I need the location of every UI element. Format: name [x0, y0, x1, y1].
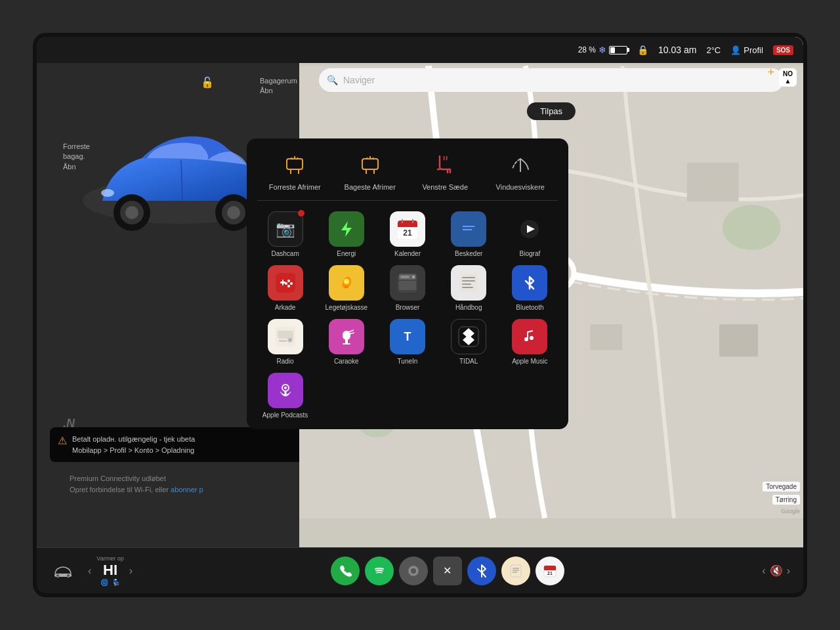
volume-control: ‹ 🔇 › [762, 564, 790, 577]
calendar-taskbar-button[interactable]: 21 [536, 556, 564, 585]
vol-prev-arrow[interactable]: ‹ [762, 565, 765, 577]
kalender-label: Kalender [394, 250, 421, 257]
vinduesviskere-button[interactable]: Vinduesviskere [491, 149, 550, 191]
close-button[interactable]: ✕ [433, 556, 462, 585]
lock-icon: 🔒 [637, 45, 648, 55]
app-apple-music[interactable]: Apple Music [502, 319, 558, 365]
haandbog-label: Håndbog [455, 304, 482, 311]
connectivity-link[interactable]: abonner p [171, 486, 203, 494]
beskeder-icon [451, 211, 486, 247]
svg-text:21: 21 [547, 571, 553, 576]
svg-rect-77 [520, 327, 539, 346]
legetojs-icon [329, 265, 364, 301]
svg-rect-61 [462, 284, 471, 285]
sos-button[interactable]: SOS [773, 45, 793, 55]
svg-rect-35 [398, 224, 417, 227]
kalender-icon: 21 [390, 211, 425, 247]
circle-button[interactable] [399, 556, 428, 585]
snowflake-icon: ❄ [598, 45, 606, 55]
browser-icon [390, 265, 425, 301]
notes-button[interactable] [501, 556, 530, 585]
vol-next-arrow[interactable]: › [787, 565, 790, 577]
svg-point-48 [290, 282, 293, 285]
haandbog-icon [451, 265, 486, 301]
svg-point-87 [373, 564, 386, 578]
app-haandbog[interactable]: Håndbog [441, 265, 497, 311]
notification-dot [298, 210, 304, 217]
google-credit: Google [781, 508, 800, 514]
svg-rect-20 [287, 159, 303, 169]
torvegade-label: Torvegade [763, 482, 800, 492]
bluetooth-label: Bluetooth [516, 304, 543, 311]
app-grid: 📷 Dashcam Energi 21 [257, 211, 558, 419]
svg-rect-15 [719, 324, 758, 356]
svg-point-18 [723, 205, 781, 250]
app-caraoke[interactable]: Caraoke [318, 319, 374, 365]
caraoke-icon [329, 319, 364, 354]
venstre-saede-button[interactable]: Venstre Sæde [415, 149, 474, 191]
app-arkade[interactable]: Arkade [257, 265, 313, 311]
taskbar-car-button[interactable] [50, 558, 76, 584]
vol-mute-icon[interactable]: 🔇 [770, 564, 783, 577]
app-energi[interactable]: Energi [318, 211, 374, 257]
energi-icon [329, 211, 364, 247]
warning-title: Betalt opladн. utilgængelig - tjek ubeta [72, 434, 195, 445]
app-beskeder[interactable]: Beskeder [441, 211, 497, 257]
app-tunein[interactable]: T TuneIn [379, 319, 435, 365]
forreste-afrimer-button[interactable]: Forreste Afrimer [265, 149, 324, 191]
connectivity-message: .N Premium Connectivity udløbet Opret fo… [50, 473, 306, 495]
nav-logo: .N [63, 415, 75, 432]
svg-rect-59 [462, 277, 475, 278]
search-placeholder: Naviger [343, 75, 375, 85]
app-dashcam[interactable]: 📷 Dashcam [257, 211, 313, 257]
bageste-afrimer-button[interactable]: Bageste Afrimer [341, 149, 400, 191]
status-time: 10.03 am [658, 45, 696, 55]
bluetooth-taskbar-button[interactable] [467, 556, 496, 585]
tilpas-button[interactable]: Tilpas [527, 102, 576, 120]
svg-text:T: T [404, 330, 411, 343]
compass-arrow: ▲ [785, 77, 791, 85]
svg-rect-70 [345, 340, 348, 343]
app-browser[interactable]: Browser [379, 265, 435, 311]
temp-up-arrow[interactable]: › [129, 565, 133, 577]
quick-controls: Forreste Afrimer Bageste Afrimer [257, 149, 558, 201]
app-biograf[interactable]: Biograf [502, 211, 558, 257]
dashcam-label: Dashcam [271, 250, 299, 257]
apple-music-icon [512, 319, 547, 354]
temp-down-arrow[interactable]: ‹ [88, 565, 91, 577]
temp-value: HI [103, 562, 117, 579]
svg-point-8 [101, 189, 114, 197]
fan-icon: 🌀 [100, 579, 108, 586]
battery-fill [610, 47, 615, 53]
svg-rect-57 [399, 281, 416, 290]
svg-rect-46 [282, 280, 284, 285]
app-kalender[interactable]: 21 Kalender [379, 211, 435, 257]
biograf-label: Biograf [520, 250, 541, 257]
svg-point-3 [125, 206, 138, 219]
warning-message: ⚠ Betalt opladн. utilgængelig - tjek ube… [50, 427, 306, 462]
biograf-icon [512, 211, 547, 247]
svg-point-6 [227, 206, 240, 219]
nav-search-bar[interactable]: 🔍 Naviger [319, 68, 784, 92]
compass-badge: NO ▲ [779, 68, 797, 87]
seat-icon: 💺 [112, 579, 120, 586]
compass-label: NO [783, 70, 793, 77]
vinduesviskere-label: Vinduesviskere [496, 183, 545, 191]
profile-label: Profil [744, 45, 763, 55]
app-apple-podcasts[interactable]: Apple Podcasts [257, 373, 313, 419]
profile-button[interactable]: 👤 Profil [730, 45, 763, 55]
phone-button[interactable] [331, 556, 360, 585]
energi-label: Energi [337, 250, 356, 257]
app-tidal[interactable]: TIDAL [441, 319, 497, 365]
tidal-icon [451, 319, 486, 354]
app-radio[interactable]: Radio [257, 319, 313, 365]
status-bar: 28 % ❄ 🔒 10.03 am 2°C 👤 Profil + SOS NO … [37, 37, 803, 63]
spotify-button[interactable] [365, 556, 394, 585]
battery-percent: 28 % [578, 45, 596, 54]
taskbar: ‹ Varmer op HI 🌀 💺 › [37, 547, 803, 593]
app-bluetooth[interactable]: Bluetooth [502, 265, 558, 311]
app-legetojs[interactable]: Legetøjskasse [318, 265, 374, 311]
svg-point-67 [289, 339, 291, 341]
svg-point-89 [411, 568, 416, 574]
dashcam-icon: 📷 [268, 211, 303, 247]
